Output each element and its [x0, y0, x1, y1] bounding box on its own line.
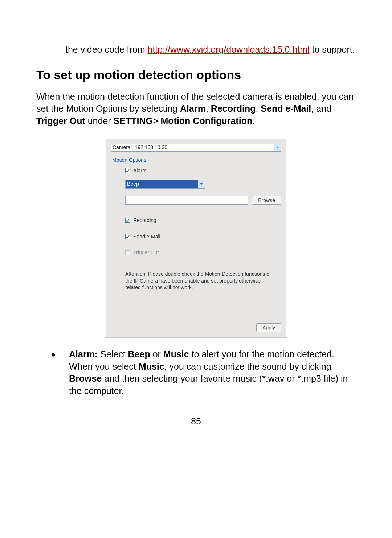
bullet-t2: or — [150, 349, 163, 359]
music-path-input[interactable] — [125, 196, 248, 205]
motion-options-label: Motion Options — [112, 157, 281, 164]
trigger-checkbox[interactable] — [125, 250, 130, 255]
top-continuation-text: the video code from http://www.xvid.org/… — [65, 44, 356, 56]
sendemail-checkbox[interactable] — [125, 234, 130, 239]
intro-b3: Send e-Mail — [261, 103, 311, 114]
recording-row: Recording — [125, 217, 281, 224]
alarm-bullet-body: Alarm: Select Beep or Music to alert you… — [69, 348, 356, 397]
intro-c6: . — [252, 116, 255, 126]
bullet-glyph: ● — [51, 348, 69, 397]
alarm-sound-chevron[interactable] — [198, 180, 205, 188]
alarm-label: Alarm — [133, 167, 147, 174]
sendemail-label: Send e-Mail — [133, 233, 160, 240]
bullet-b3: Music — [163, 349, 189, 359]
intro-b4: Trigger Out — [36, 116, 85, 126]
top-trail: to support. — [312, 44, 355, 54]
alarm-sound-value: Beep — [126, 180, 198, 188]
bullet-b4: Music — [139, 361, 164, 371]
intro-b2: Recording — [211, 103, 256, 114]
intro-c5: > — [153, 116, 161, 126]
camera-select-chevron[interactable] — [274, 144, 281, 151]
intro-b1: Alarm — [180, 103, 206, 114]
recording-checkbox[interactable] — [125, 218, 130, 223]
camera-select[interactable]: Camera1 192.168.10.30 — [111, 144, 281, 152]
music-path-value — [126, 196, 248, 204]
chevron-down-icon — [200, 183, 203, 185]
alarm-checkbox[interactable] — [125, 168, 130, 173]
xvid-link[interactable]: http://www.xvid.org/downloads.15.0.html — [148, 44, 310, 54]
alarm-bullet-item: ● Alarm: Select Beep or Music to alert y… — [51, 348, 356, 397]
intro-c1: , — [206, 103, 211, 114]
bullet-t5: and then selecting your favorite music (… — [69, 373, 348, 396]
intro-b5: SETTING — [114, 116, 153, 126]
intro-c2: , — [256, 103, 261, 114]
intro-paragraph: When the motion detection function of th… — [36, 91, 356, 127]
section-heading: To set up motion detection options — [36, 67, 356, 83]
browse-button[interactable]: Browse — [252, 196, 281, 205]
recording-label: Recording — [133, 217, 156, 224]
alarm-sound-select[interactable]: Beep — [125, 180, 205, 189]
camera-select-value: Camera1 192.168.10.30 — [111, 144, 274, 151]
trigger-row: Trigger Out — [125, 249, 281, 256]
bullet-b5: Browse — [69, 373, 102, 383]
motion-options-dialog: Camera1 192.168.10.30 Motion Options Ala… — [105, 138, 287, 337]
intro-b6: Motion Configuration — [160, 116, 252, 126]
intro-c3: , and — [311, 103, 331, 114]
bullet-b2: Beep — [128, 349, 150, 359]
bullet-t1: Select — [98, 349, 128, 359]
alarm-row: Alarm — [125, 167, 281, 174]
attention-text: Attention: Please double check the Motio… — [125, 271, 276, 291]
apply-button[interactable]: Apply — [256, 323, 281, 332]
bullet-b1: Alarm: — [69, 349, 98, 359]
page-number: - 85 - — [36, 415, 356, 428]
bullet-t4: , you can customize the sound by clickin… — [164, 361, 331, 371]
chevron-down-icon — [276, 147, 279, 148]
sendemail-row: Send e-Mail — [125, 233, 281, 240]
intro-c4: under — [85, 116, 114, 126]
top-lead: the video code from — [65, 44, 148, 54]
trigger-label: Trigger Out — [133, 249, 159, 256]
